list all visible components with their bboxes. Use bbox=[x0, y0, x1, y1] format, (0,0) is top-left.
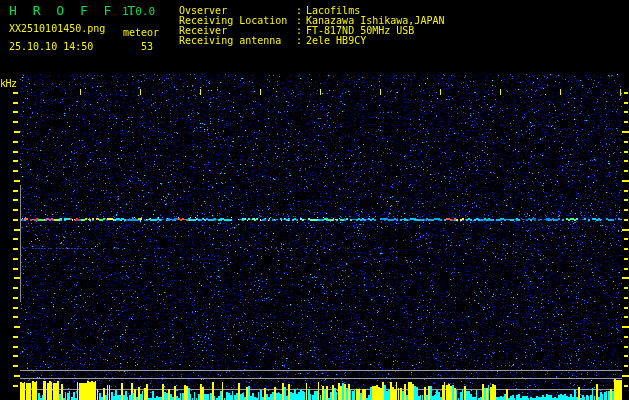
info-separator: : bbox=[296, 36, 306, 46]
mode-label: meteor bbox=[123, 27, 159, 38]
filename: XX2510101450.png bbox=[9, 23, 105, 34]
station-info: Ovserver:LacofilmsReceiving Location:Kan… bbox=[179, 6, 444, 46]
spectrogram-canvas bbox=[0, 0, 629, 400]
freq-axis-unit: kHz bbox=[0, 78, 17, 89]
info-value: 2ele HB9CY bbox=[306, 36, 366, 46]
station-info-row: Receiving antenna:2ele HB9CY bbox=[179, 36, 444, 46]
app-version: 1.0.0 bbox=[122, 5, 155, 18]
datetime: 25.10.10 14:50 bbox=[9, 41, 93, 52]
echo-count: 53 bbox=[141, 41, 153, 52]
app-title: H R O F F T bbox=[9, 3, 139, 18]
info-label: Receiving antenna bbox=[179, 36, 296, 46]
hrofft-screen: H R O F F T 1.0.0 XX2510101450.png meteo… bbox=[0, 0, 629, 400]
